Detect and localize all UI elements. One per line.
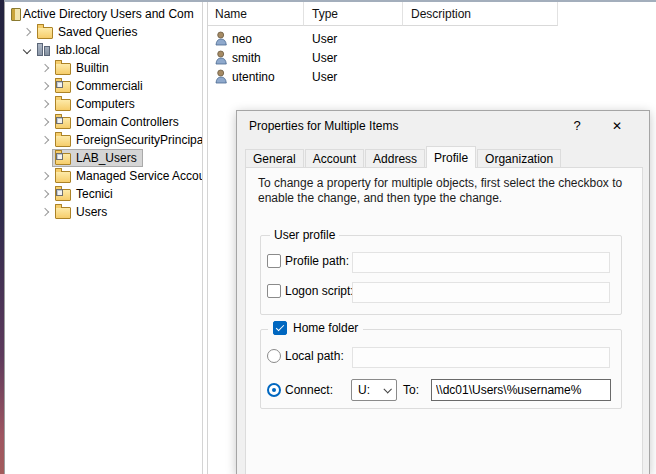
- instruction-text: To change a property for multiple object…: [258, 176, 638, 206]
- user-profile-group-label: User profile: [270, 228, 339, 242]
- logon-script-checkbox[interactable]: [267, 284, 281, 298]
- user-icon: [215, 50, 228, 65]
- expand-chevron-icon[interactable]: [37, 173, 53, 179]
- list-item-type: User: [304, 70, 403, 84]
- logon-script-label: Logon script:: [285, 284, 354, 298]
- profile-path-label: Profile path:: [285, 254, 349, 268]
- dialog-tabs: General Account Address Profile Organiza…: [245, 146, 562, 167]
- tree-item-label: Users: [76, 205, 107, 219]
- console-tree-pane: Active Directory Users and Com Saved Que…: [5, 2, 203, 474]
- column-header-filler: [558, 2, 656, 26]
- expand-chevron-icon[interactable]: [37, 83, 53, 89]
- tree-item-label: Domain Controllers: [76, 115, 179, 129]
- tree-item-commerciali[interactable]: Commerciali: [5, 77, 202, 95]
- console-icon: [11, 8, 21, 21]
- ou-folder-icon: [55, 189, 71, 201]
- ou-folder-icon: [55, 81, 71, 93]
- tree-item-label: LAB_Users: [76, 151, 137, 165]
- column-header-name[interactable]: Name: [208, 2, 304, 26]
- list-column-headers: Name Type Description: [208, 2, 656, 26]
- tree-item-saved-queries[interactable]: Saved Queries: [5, 23, 202, 41]
- list-item-type: User: [304, 51, 403, 65]
- profile-path-input[interactable]: [352, 252, 610, 273]
- tree-item-lab-users[interactable]: LAB_Users: [5, 149, 202, 167]
- selected-tree-item[interactable]: LAB_Users: [53, 150, 142, 166]
- home-folder-checkbox[interactable]: [273, 321, 287, 335]
- tree-item-domain-controllers[interactable]: Domain Controllers: [5, 113, 202, 131]
- drive-letter-value: U:: [358, 383, 370, 397]
- chevron-down-icon: [383, 385, 391, 393]
- column-header-description[interactable]: Description: [403, 2, 558, 26]
- to-label: To:: [403, 383, 419, 397]
- ou-folder-icon: [55, 153, 71, 165]
- tree-item-label: Managed Service Accou: [76, 169, 203, 183]
- local-path-label: Local path:: [285, 349, 344, 363]
- local-path-input[interactable]: [352, 347, 610, 368]
- tree-item-managed-service-accounts[interactable]: Managed Service Accou: [5, 167, 202, 185]
- tab-organization[interactable]: Organization: [477, 149, 561, 167]
- tree-item-label: lab.local: [56, 43, 100, 57]
- help-button[interactable]: ?: [557, 111, 597, 141]
- expand-chevron-icon[interactable]: [37, 137, 53, 143]
- list-item-name: neo: [232, 32, 252, 46]
- tree-item-foreign-security-principals[interactable]: ForeignSecurityPrincipals: [5, 131, 202, 149]
- tree-item-label: Builtin: [76, 61, 109, 75]
- tree-item-users[interactable]: Users: [5, 203, 202, 221]
- domain-icon: [37, 43, 51, 57]
- expand-chevron-icon[interactable]: [19, 29, 35, 35]
- expand-chevron-icon[interactable]: [37, 191, 53, 197]
- drive-letter-dropdown[interactable]: U:: [351, 379, 397, 401]
- tree-item-builtin[interactable]: Builtin: [5, 59, 202, 77]
- list-item-smith[interactable]: smith User: [208, 48, 656, 67]
- tree-item-label: ForeignSecurityPrincipals: [76, 133, 203, 147]
- tab-profile[interactable]: Profile: [426, 146, 476, 168]
- list-rows: neo User smith User utentino User: [208, 26, 656, 86]
- tree-item-label: Computers: [76, 97, 135, 111]
- tab-general[interactable]: General: [245, 149, 304, 167]
- folder-icon: [37, 27, 53, 39]
- desktop: { "tree": { "items": [ {"label": "Active…: [0, 0, 656, 474]
- home-folder-label: Home folder: [293, 321, 358, 335]
- user-icon: [215, 31, 228, 46]
- tree-item-label: Saved Queries: [58, 25, 137, 39]
- folder-icon: [55, 99, 71, 111]
- folder-icon: [55, 207, 71, 219]
- user-profile-group: User profile Profile path: Logon script:: [260, 235, 622, 315]
- list-item-neo[interactable]: neo User: [208, 29, 656, 48]
- connect-radio[interactable]: [267, 383, 281, 397]
- tree-item-root[interactable]: Active Directory Users and Com: [5, 5, 202, 23]
- close-button[interactable]: ✕: [597, 111, 637, 141]
- profile-path-checkbox[interactable]: [267, 254, 281, 268]
- ou-folder-icon: [55, 117, 71, 129]
- list-item-utentino[interactable]: utentino User: [208, 67, 656, 86]
- list-item-name: utentino: [232, 70, 275, 84]
- expand-chevron-icon[interactable]: [37, 101, 53, 107]
- tab-address[interactable]: Address: [365, 149, 425, 167]
- collapse-chevron-icon[interactable]: [19, 47, 35, 53]
- column-header-type[interactable]: Type: [304, 2, 403, 26]
- connect-label: Connect:: [285, 383, 333, 397]
- tree-item-label: Commerciali: [76, 79, 143, 93]
- expand-chevron-icon[interactable]: [37, 209, 53, 215]
- logon-script-input[interactable]: [352, 282, 610, 303]
- expand-chevron-icon[interactable]: [37, 65, 53, 71]
- properties-dialog: Properties for Multiple Items ? ✕ Genera…: [236, 110, 650, 474]
- dialog-title: Properties for Multiple Items: [237, 119, 557, 133]
- tree-item-label: Tecnici: [76, 187, 113, 201]
- profile-tab-page: To change a property for multiple object…: [245, 167, 643, 474]
- tree-item-lab-local[interactable]: lab.local: [5, 41, 202, 59]
- folder-icon: [55, 63, 71, 75]
- tree-item-computers[interactable]: Computers: [5, 95, 202, 113]
- tree-item-label: Active Directory Users and Com: [23, 7, 194, 21]
- list-item-type: User: [304, 32, 403, 46]
- tab-account[interactable]: Account: [305, 149, 364, 167]
- local-path-radio[interactable]: [267, 349, 281, 363]
- expand-chevron-icon[interactable]: [37, 119, 53, 125]
- home-folder-group: Home folder Local path: Connect: U: To:: [260, 329, 622, 409]
- tree-item-tecnici[interactable]: Tecnici: [5, 185, 202, 203]
- user-icon: [215, 69, 228, 84]
- dialog-titlebar[interactable]: Properties for Multiple Items ? ✕: [237, 111, 649, 141]
- folder-icon: [55, 171, 71, 183]
- connect-path-input[interactable]: [431, 379, 611, 401]
- list-item-name: smith: [232, 51, 261, 65]
